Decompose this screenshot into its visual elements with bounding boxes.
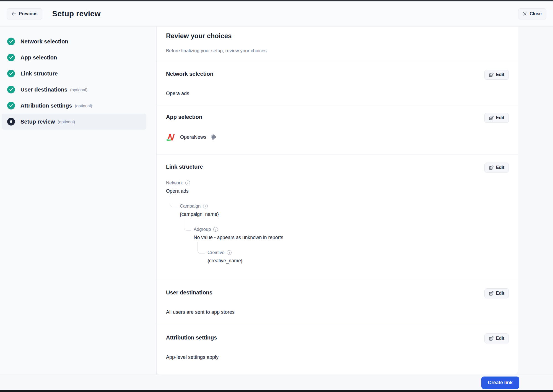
tree-node-label: Network xyxy=(166,180,183,185)
sidebar-item-label: User destinations xyxy=(20,87,67,93)
section-link-structure: Link structure Edit Network i Opera ads xyxy=(157,155,518,280)
sidebar-item-optional-tag: (optional) xyxy=(75,103,92,108)
tree-connector xyxy=(198,242,205,254)
edit-icon xyxy=(489,291,494,296)
sidebar-item-optional-tag: (optional) xyxy=(70,87,88,92)
steps-sidebar: Network selection App selection Link str… xyxy=(0,27,157,390)
review-title: Review your choices xyxy=(166,32,509,40)
section-attribution-settings: Attribution settings Edit App-level sett… xyxy=(157,325,518,373)
tree-node-creative: Creative i {creative_name} xyxy=(207,242,242,264)
sidebar-item-optional-tag: (optional) xyxy=(58,119,75,124)
close-button[interactable]: Close xyxy=(518,8,546,19)
sidebar-item-label: Setup review xyxy=(20,119,55,125)
check-icon xyxy=(7,38,15,45)
step-number-badge: 6 xyxy=(7,118,15,126)
edit-icon xyxy=(489,336,494,341)
review-header: Review your choices Before finalizing yo… xyxy=(157,27,518,61)
app-name: OperaNews xyxy=(180,134,206,140)
section-user-destinations: User destinations Edit All users are sen… xyxy=(157,280,518,325)
sidebar-item-app-selection[interactable]: App selection xyxy=(2,49,146,66)
footer-bar: Create link xyxy=(0,375,553,390)
review-subtitle: Before finalizing your setup, review you… xyxy=(166,48,509,54)
link-structure-tree: Network i Opera ads Campaign i {campaign… xyxy=(166,180,509,264)
edit-button-label: Edit xyxy=(496,72,504,77)
section-title: Network selection xyxy=(166,71,213,77)
arrow-left-icon xyxy=(11,12,16,16)
section-title: App selection xyxy=(166,114,202,120)
review-panel: Review your choices Before finalizing yo… xyxy=(157,27,518,375)
sidebar-item-attribution-settings[interactable]: Attribution settings (optional) xyxy=(2,98,146,114)
edit-button-label: Edit xyxy=(496,165,504,170)
sidebar-item-label: Link structure xyxy=(20,70,58,77)
step-status: 6 xyxy=(7,118,15,126)
sidebar-item-label: Network selection xyxy=(20,38,68,45)
sidebar-item-user-destinations[interactable]: User destinations (optional) xyxy=(2,82,146,98)
step-status xyxy=(7,86,15,93)
user-destinations-value: All users are sent to app stores xyxy=(166,309,509,315)
tree-node-campaign: Campaign i {campaign_name} Adgroup i xyxy=(180,195,283,264)
edit-button-label: Edit xyxy=(496,336,504,341)
section-title: Attribution settings xyxy=(166,334,217,341)
info-icon[interactable]: i xyxy=(185,181,190,185)
window-top-edge xyxy=(0,0,553,1)
close-button-label: Close xyxy=(529,11,542,16)
section-title: Link structure xyxy=(166,164,203,170)
tree-node-value: No value - appears as unknown in reports xyxy=(194,235,283,241)
edit-user-destinations-button[interactable]: Edit xyxy=(484,288,509,298)
sidebar-item-link-structure[interactable]: Link structure xyxy=(2,66,146,82)
attribution-settings-value: App-level settings apply xyxy=(166,354,509,360)
section-title: User destinations xyxy=(166,289,212,296)
step-status xyxy=(7,70,15,77)
step-status xyxy=(7,102,15,109)
create-link-button[interactable]: Create link xyxy=(481,377,519,389)
check-icon xyxy=(7,54,15,61)
app-icon-lite-badge: LITE xyxy=(166,139,171,141)
tree-node-network: Network i Opera ads Campaign i {campaign… xyxy=(166,180,509,264)
info-icon[interactable]: i xyxy=(227,250,232,255)
info-icon[interactable]: i xyxy=(203,204,208,208)
info-icon[interactable]: i xyxy=(213,227,218,232)
window-bottom-edge xyxy=(0,390,553,392)
page-title: Setup review xyxy=(52,9,101,18)
tree-node-value: {creative_name} xyxy=(207,258,242,264)
edit-icon xyxy=(489,72,494,77)
edit-button-label: Edit xyxy=(496,291,504,296)
edit-button-label: Edit xyxy=(496,115,504,120)
section-app-selection: App selection Edit N LITE OperaNews xyxy=(157,105,518,155)
check-icon xyxy=(7,102,15,109)
android-icon xyxy=(211,134,216,140)
tree-node-adgroup: Adgroup i No value - appears as unknown … xyxy=(194,218,283,264)
sidebar-item-label: Attribution settings xyxy=(20,103,72,109)
tree-node-label: Campaign xyxy=(180,203,201,209)
edit-link-structure-button[interactable]: Edit xyxy=(484,163,509,173)
tree-connector xyxy=(170,196,177,207)
previous-button-label: Previous xyxy=(19,11,38,16)
tree-node-value: Opera ads xyxy=(166,188,509,194)
sidebar-item-setup-review[interactable]: 6 Setup review (optional) xyxy=(2,114,146,130)
tree-node-value: {campaign_name} xyxy=(180,211,283,217)
edit-icon xyxy=(489,116,494,120)
step-status xyxy=(7,38,15,45)
check-icon xyxy=(7,70,15,77)
edit-icon xyxy=(489,165,494,170)
edit-network-selection-button[interactable]: Edit xyxy=(484,70,509,80)
tree-node-label: Creative xyxy=(207,250,224,255)
sidebar-item-network-selection[interactable]: Network selection xyxy=(2,33,146,49)
check-icon xyxy=(7,86,15,93)
opera-news-app-icon: N LITE xyxy=(166,132,176,142)
section-network-selection: Network selection Edit Opera ads xyxy=(157,61,518,105)
previous-button[interactable]: Previous xyxy=(7,8,42,19)
close-icon xyxy=(523,12,527,16)
tree-connector xyxy=(184,219,191,231)
edit-app-selection-button[interactable]: Edit xyxy=(484,113,509,123)
topbar: Previous Setup review Close xyxy=(0,1,553,27)
network-selection-value: Opera ads xyxy=(166,91,509,96)
sidebar-item-label: App selection xyxy=(20,54,57,61)
step-status xyxy=(7,54,15,61)
selected-app-row: N LITE OperaNews xyxy=(166,132,509,142)
edit-attribution-settings-button[interactable]: Edit xyxy=(484,333,509,343)
tree-node-label: Adgroup xyxy=(194,227,211,232)
